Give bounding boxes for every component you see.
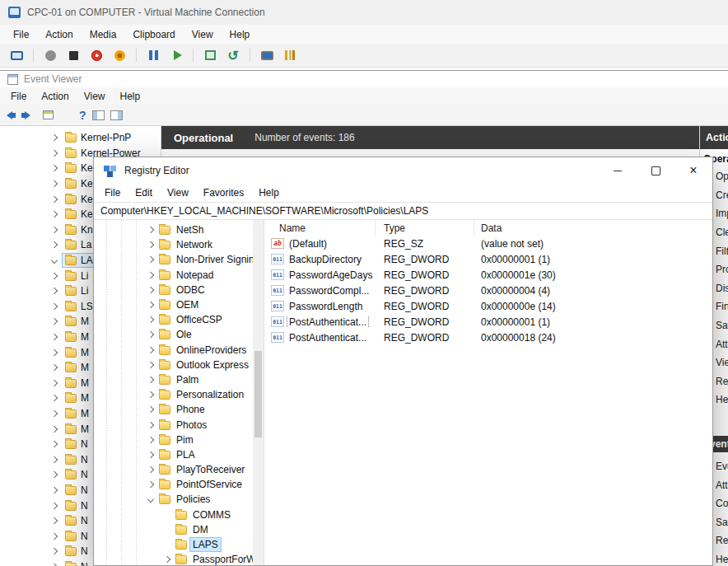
registry-value-passwordcompl[interactable]: 011PasswordCompl...REG_DWORD0x00000004 (…: [264, 283, 712, 298]
start-icon[interactable]: [42, 47, 58, 63]
chevron-right-icon[interactable]: [146, 405, 156, 414]
chevron-right-icon[interactable]: [49, 393, 59, 403]
chevron-right-icon[interactable]: [49, 439, 59, 449]
chevron-down-icon[interactable]: [146, 494, 156, 504]
show-action-pane-icon[interactable]: [110, 107, 123, 124]
chevron-right-icon[interactable]: [49, 562, 59, 566]
chevron-right-icon[interactable]: [49, 470, 59, 479]
vm-menu-action[interactable]: Action: [37, 25, 81, 44]
chevron-right-icon[interactable]: [49, 348, 59, 358]
stop-icon[interactable]: [65, 47, 82, 63]
registry-key-palm[interactable]: Palm: [94, 372, 264, 387]
chevron-right-icon[interactable]: [49, 501, 59, 511]
chevron-right-icon[interactable]: [49, 240, 59, 250]
column-header-type[interactable]: Type: [376, 220, 474, 236]
registry-key-pla[interactable]: PLA: [94, 447, 264, 462]
reg-menu-edit[interactable]: Edit: [128, 184, 160, 202]
column-header-name[interactable]: Name: [264, 220, 376, 236]
ev-log-folder-kernel-pnp[interactable]: Kernel-PnP: [0, 130, 161, 146]
chevron-right-icon[interactable]: [146, 360, 156, 370]
reg-menu-view[interactable]: View: [160, 184, 196, 202]
vm-menu-media[interactable]: Media: [82, 25, 125, 44]
chevron-right-icon[interactable]: [49, 194, 59, 204]
registry-key-officecsp[interactable]: OfficeCSP: [94, 312, 264, 327]
registry-key-outlook-express[interactable]: Outlook Express: [94, 358, 264, 372]
registry-value-passwordlength[interactable]: 011PasswordLengthREG_DWORD0x0000000e (14…: [264, 298, 712, 314]
chevron-right-icon[interactable]: [49, 209, 59, 219]
registry-value-backupdirectory[interactable]: 011BackupDirectoryREG_DWORD0x00000001 (1…: [264, 251, 712, 267]
scrollbar-thumb[interactable]: [254, 351, 262, 437]
chevron-right-icon[interactable]: [146, 225, 156, 235]
column-header-data[interactable]: Data: [474, 220, 712, 236]
checkpoint-icon[interactable]: [202, 47, 218, 63]
chevron-right-icon[interactable]: [49, 316, 59, 326]
ev-menu-file[interactable]: File: [3, 87, 34, 105]
chevron-right-icon[interactable]: [49, 225, 59, 235]
chevron-right-icon[interactable]: [146, 270, 156, 280]
back-icon[interactable]: [7, 107, 16, 124]
registry-key-playtoreceiver[interactable]: PlayToReceiver: [94, 462, 264, 477]
registry-editor-titlebar[interactable]: Registry Editor: [94, 157, 712, 184]
chevron-right-icon[interactable]: [146, 300, 156, 310]
chevron-right-icon[interactable]: [146, 435, 156, 445]
resume-icon[interactable]: [168, 47, 184, 63]
chevron-right-icon[interactable]: [49, 424, 59, 434]
chevron-right-icon[interactable]: [146, 345, 156, 355]
chevron-right-icon[interactable]: [146, 285, 156, 295]
registry-key-ole[interactable]: Ole: [94, 327, 264, 342]
chevron-right-icon[interactable]: [146, 450, 156, 460]
export-icon[interactable]: [43, 107, 54, 124]
chevron-right-icon[interactable]: [146, 375, 156, 385]
registry-key-pointofservice[interactable]: PointOfService: [94, 477, 264, 492]
registry-key-dm[interactable]: DM: [94, 522, 264, 537]
registry-value-postauthenticat[interactable]: 011PostAuthenticat...REG_DWORD0x00000001…: [264, 314, 712, 330]
vm-menu-file[interactable]: File: [5, 25, 37, 44]
chevron-down-icon[interactable]: [49, 255, 59, 265]
chevron-right-icon[interactable]: [49, 485, 59, 495]
registry-key-comms[interactable]: COMMS: [94, 508, 264, 522]
registry-key-photos[interactable]: Photos: [94, 417, 264, 432]
chevron-right-icon[interactable]: [146, 315, 156, 325]
chevron-right-icon[interactable]: [146, 479, 156, 489]
registry-key-pim[interactable]: Pim: [94, 433, 264, 447]
registry-key-passportforwork[interactable]: PassportForWork: [94, 552, 264, 565]
show-console-tree-icon[interactable]: [92, 107, 105, 124]
registry-key-non-driver-signing[interactable]: Non-Driver Signing: [94, 252, 264, 267]
pause-icon[interactable]: [145, 47, 161, 63]
display-icon[interactable]: [8, 47, 25, 63]
help-icon[interactable]: ?: [79, 107, 86, 124]
chevron-right-icon[interactable]: [49, 133, 59, 143]
chevron-right-icon[interactable]: [49, 531, 59, 541]
reg-menu-favorites[interactable]: Favorites: [196, 184, 251, 202]
chevron-right-icon[interactable]: [49, 378, 59, 388]
registry-value-postauthenticat[interactable]: 011PostAuthenticat...REG_DWORD0x00000018…: [264, 330, 712, 345]
ev-menu-view[interactable]: View: [77, 87, 113, 105]
registry-key-network[interactable]: Network: [94, 237, 264, 252]
chevron-right-icon[interactable]: [146, 240, 156, 250]
registry-key-laps[interactable]: LAPS: [94, 537, 264, 552]
minimize-button[interactable]: [599, 157, 637, 184]
revert-icon[interactable]: ↺: [225, 47, 241, 63]
chevron-right-icon[interactable]: [49, 363, 59, 372]
registry-key-netsh[interactable]: NetSh: [94, 222, 264, 237]
chevron-right-icon[interactable]: [146, 420, 156, 430]
chevron-right-icon[interactable]: [49, 409, 59, 419]
chevron-right-icon[interactable]: [49, 516, 59, 526]
registry-key-notepad[interactable]: Notepad: [94, 268, 264, 283]
share-icon[interactable]: [282, 47, 298, 63]
registry-key-phone[interactable]: Phone: [94, 402, 264, 417]
shutdown-icon[interactable]: [111, 47, 128, 63]
registry-key-policies[interactable]: Policies: [94, 492, 264, 507]
enhanced-session-icon[interactable]: [259, 47, 275, 63]
registry-address-bar[interactable]: Computer\HKEY_LOCAL_MACHINE\SOFTWARE\Mic…: [94, 202, 712, 220]
chevron-right-icon[interactable]: [162, 554, 172, 564]
registry-value-passwordagedays[interactable]: 011PasswordAgeDaysREG_DWORD0x0000001e (3…: [264, 267, 712, 283]
chevron-right-icon[interactable]: [49, 271, 59, 281]
chevron-right-icon[interactable]: [146, 330, 156, 339]
chevron-right-icon[interactable]: [49, 286, 59, 296]
chevron-right-icon[interactable]: [49, 163, 59, 173]
registry-key-onlineproviders[interactable]: OnlineProviders: [94, 343, 264, 358]
vm-menu-clipboard[interactable]: Clipboard: [124, 25, 183, 44]
chevron-right-icon[interactable]: [49, 148, 59, 158]
vm-menu-help[interactable]: Help: [222, 25, 259, 44]
